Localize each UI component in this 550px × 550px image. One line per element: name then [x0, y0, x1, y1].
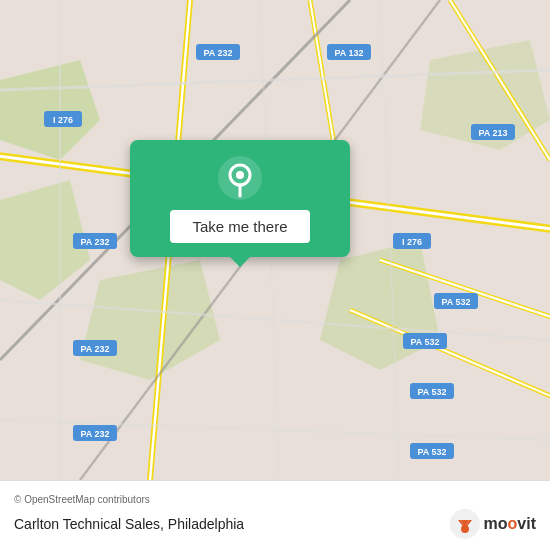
map-attribution: © OpenStreetMap contributors [14, 494, 536, 505]
svg-text:PA 532: PA 532 [417, 447, 446, 457]
svg-text:PA 232: PA 232 [80, 429, 109, 439]
svg-text:PA 232: PA 232 [203, 48, 232, 58]
svg-text:I 276: I 276 [402, 237, 422, 247]
svg-text:PA 232: PA 232 [80, 237, 109, 247]
moovit-logo: moovit [450, 509, 536, 539]
location-pin-icon [218, 156, 262, 200]
svg-text:PA 532: PA 532 [441, 297, 470, 307]
svg-text:PA 213: PA 213 [478, 128, 507, 138]
svg-text:I 276: I 276 [53, 115, 73, 125]
location-name: Carlton Technical Sales, Philadelphia [14, 516, 244, 532]
bottom-info-bar: © OpenStreetMap contributors Carlton Tec… [0, 480, 550, 550]
svg-text:PA 132: PA 132 [334, 48, 363, 58]
location-popup: Take me there [130, 140, 350, 257]
map-view: PA 232 PA 132 I 276 PA 213 PA 232 I 276 … [0, 0, 550, 480]
svg-text:PA 532: PA 532 [410, 337, 439, 347]
moovit-m-icon [450, 509, 480, 539]
svg-text:PA 532: PA 532 [417, 387, 446, 397]
take-me-there-button[interactable]: Take me there [170, 210, 309, 243]
svg-point-52 [236, 171, 244, 179]
svg-text:PA 232: PA 232 [80, 344, 109, 354]
moovit-brand-text: moovit [484, 515, 536, 533]
